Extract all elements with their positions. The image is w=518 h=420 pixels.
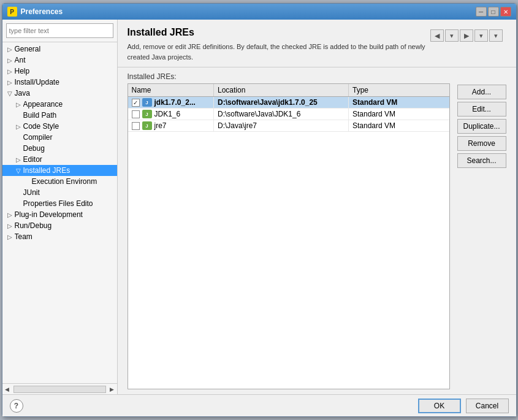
jre-icon: J xyxy=(142,121,152,130)
duplicate-button[interactable]: Duplicate... xyxy=(457,119,506,134)
sidebar-item-label: Code Style xyxy=(23,122,59,131)
sidebar-item-code-style[interactable]: ▷ Code Style xyxy=(2,121,117,132)
sidebar-item-label: Appearance xyxy=(23,100,63,109)
sidebar-scrollbar: ◀ ▶ xyxy=(2,383,117,394)
expand-icon: ▷ xyxy=(6,67,13,75)
row2-location: D:\software\Java\JDK1_6 xyxy=(218,110,300,118)
sidebar-item-general[interactable]: ▷ General xyxy=(2,44,117,55)
forward-dropdown-button[interactable]: ▾ xyxy=(474,29,488,42)
sidebar-item-label: Properties Files Edito xyxy=(23,199,93,208)
back-button[interactable]: ◀ xyxy=(430,29,444,42)
sidebar-item-build-path[interactable]: Build Path xyxy=(2,110,117,121)
row2-name-cell: J JDK1_6 xyxy=(128,109,214,120)
button-panel: Add... Edit... Duplicate... Remove Searc… xyxy=(457,72,506,389)
row1-checkbox[interactable] xyxy=(132,99,140,107)
jre-icon: J xyxy=(142,98,152,107)
sidebar-item-team[interactable]: ▷ Team xyxy=(2,231,117,242)
sidebar-item-properties-files[interactable]: Properties Files Edito xyxy=(2,198,117,209)
page-description: Add, remove or edit JRE definitions. By … xyxy=(128,42,427,62)
row2-name: JDK1_6 xyxy=(154,110,181,118)
sidebar-item-debug[interactable]: Debug xyxy=(2,143,117,154)
row3-name: jre7 xyxy=(154,121,167,130)
row3-type-cell: Standard VM xyxy=(349,120,449,132)
sidebar-item-help[interactable]: ▷ Help xyxy=(2,66,117,77)
main-toolbar: ◀ ▾ ▶ ▾ ▾ xyxy=(427,27,506,43)
expand-icon: ▷ xyxy=(6,56,13,64)
sidebar-item-run-debug[interactable]: ▷ Run/Debug xyxy=(2,220,117,231)
main-panel: Installed JREs Add, remove or edit JRE d… xyxy=(118,20,516,394)
table-row[interactable]: J jre7 D:\Java\jre7 Standard VM xyxy=(128,120,449,132)
page-title: Installed JREs xyxy=(128,27,427,38)
expand-icon: ▽ xyxy=(15,167,22,174)
sidebar-item-label: Execution Environm xyxy=(32,177,97,186)
maximize-button[interactable]: □ xyxy=(488,7,499,17)
col-header-name[interactable]: Name xyxy=(128,84,214,97)
sidebar-item-plugin-development[interactable]: ▷ Plug-in Development xyxy=(2,209,117,220)
col-header-type[interactable]: Type xyxy=(349,84,449,97)
row1-type-cell: Standard VM xyxy=(349,97,449,109)
row2-checkbox[interactable] xyxy=(132,110,140,118)
menu-button[interactable]: ▾ xyxy=(489,29,503,42)
sidebar-item-label: Plug-in Development xyxy=(15,210,83,219)
filter-wrap xyxy=(2,20,117,42)
horizontal-scrollbar[interactable] xyxy=(13,386,106,393)
table-row[interactable]: J jdk1.7.0_2... D:\software\Java\jdk1.7.… xyxy=(128,97,449,109)
jre-table: Name Location Type xyxy=(128,84,449,132)
sidebar-item-installed-jres[interactable]: ▽ Installed JREs xyxy=(2,165,117,176)
row2-location-cell: D:\software\Java\JDK1_6 xyxy=(214,109,349,120)
expand-icon: ▷ xyxy=(15,101,22,108)
window-controls: ─ □ ✕ xyxy=(476,7,511,17)
help-button[interactable]: ? xyxy=(10,399,23,413)
sidebar-item-ant[interactable]: ▷ Ant xyxy=(2,55,117,66)
sidebar-item-label: Editor xyxy=(23,155,42,164)
window-title: Preferences xyxy=(21,7,476,16)
section-label: Installed JREs: xyxy=(128,72,450,81)
sidebar-item-editor[interactable]: ▷ Editor xyxy=(2,154,117,165)
row1-type: Standard VM xyxy=(352,98,397,107)
expand-icon xyxy=(15,112,22,119)
sidebar-item-junit[interactable]: JUnit xyxy=(2,187,117,198)
expand-icon xyxy=(15,134,22,141)
row1-location-cell: D:\software\Java\jdk1.7.0_25 xyxy=(214,97,349,109)
table-row[interactable]: J JDK1_6 D:\software\Java\JDK1_6 Standar… xyxy=(128,109,449,120)
back-dropdown-button[interactable]: ▾ xyxy=(445,29,459,42)
jre-icon: J xyxy=(142,110,152,118)
forward-button[interactable]: ▶ xyxy=(460,29,473,42)
title-bar: P Preferences ─ □ ✕ xyxy=(2,4,516,20)
sidebar-item-label: General xyxy=(15,45,41,53)
expand-icon: ▽ xyxy=(6,90,13,97)
sidebar: ▷ General ▷ Ant ▷ Help ▷ Install/Update xyxy=(2,20,118,394)
ok-button[interactable]: OK xyxy=(418,399,461,413)
minimize-button[interactable]: ─ xyxy=(476,7,487,17)
remove-button[interactable]: Remove xyxy=(457,136,506,151)
sidebar-item-label: Java xyxy=(15,89,30,97)
sidebar-item-label: Team xyxy=(15,232,32,241)
sidebar-item-compiler[interactable]: Compiler xyxy=(2,132,117,143)
edit-button[interactable]: Edit... xyxy=(457,102,506,116)
sidebar-item-install-update[interactable]: ▷ Install/Update xyxy=(2,77,117,88)
sidebar-item-label: Compiler xyxy=(23,133,53,142)
add-button[interactable]: Add... xyxy=(457,85,506,99)
close-button[interactable]: ✕ xyxy=(500,7,511,17)
sidebar-item-java[interactable]: ▽ Java xyxy=(2,88,117,99)
scroll-left-icon[interactable]: ◀ xyxy=(2,386,12,392)
search-button[interactable]: Search... xyxy=(457,153,506,168)
sidebar-item-label: Installed JREs xyxy=(23,166,70,175)
row1-location: D:\software\Java\jdk1.7.0_25 xyxy=(218,98,318,107)
scroll-right-icon[interactable]: ▶ xyxy=(107,386,117,392)
col-header-location[interactable]: Location xyxy=(214,84,349,97)
sidebar-item-label: Install/Update xyxy=(15,78,59,86)
search-input[interactable] xyxy=(6,23,113,38)
expand-icon: ▷ xyxy=(6,78,13,86)
main-content: Installed JREs: Name Location xyxy=(118,67,516,394)
window-icon: P xyxy=(7,7,17,17)
sidebar-item-execution-environments[interactable]: Execution Environm xyxy=(2,176,117,187)
main-header: Installed JREs Add, remove or edit JRE d… xyxy=(118,20,516,67)
sidebar-item-appearance[interactable]: ▷ Appearance xyxy=(2,99,117,110)
expand-icon: ▷ xyxy=(6,233,13,240)
cancel-button[interactable]: Cancel xyxy=(466,399,509,413)
sidebar-item-label: Build Path xyxy=(23,111,57,120)
row3-name-cell: J jre7 xyxy=(128,120,214,132)
row3-checkbox[interactable] xyxy=(132,122,140,130)
expand-icon: ▷ xyxy=(15,156,22,163)
